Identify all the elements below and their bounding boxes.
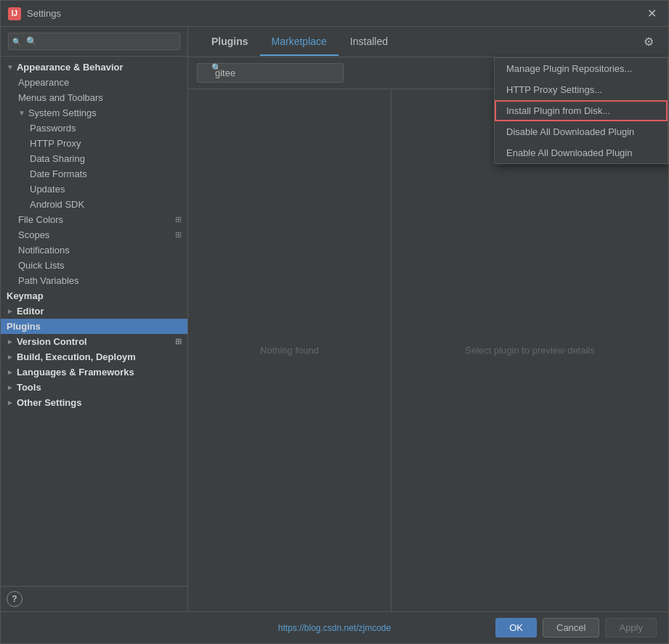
- plugins-list: Nothing found: [188, 89, 392, 611]
- footer: https://blog.csdn.net/zjmcode OK Cancel …: [1, 611, 668, 643]
- close-button[interactable]: ✕: [643, 7, 661, 21]
- apply-button[interactable]: Apply: [605, 618, 657, 637]
- tree-arrow: ►: [7, 399, 14, 407]
- plugins-tabs: Plugins Marketplace Installed ⚙ Manage P…: [188, 27, 668, 57]
- title-bar: IJ Settings ✕: [1, 1, 668, 27]
- sidebar-item-keymap[interactable]: Keymap: [1, 288, 187, 303]
- dropdown-item-disable-all[interactable]: Disable All Downloaded Plugin: [495, 121, 668, 142]
- sidebar-item-quick-lists[interactable]: Quick Lists: [1, 258, 187, 273]
- sidebar: ▼ Appearance & Behavior Appearance Menus…: [1, 27, 188, 611]
- sidebar-item-languages[interactable]: ► Languages & Frameworks: [1, 364, 187, 380]
- settings-window: IJ Settings ✕ ▼ Appearance & Behavior Ap…: [0, 0, 669, 644]
- app-icon: IJ: [8, 7, 21, 20]
- sidebar-item-menus-toolbars[interactable]: Menus and Toolbars: [1, 90, 187, 105]
- sidebar-item-notifications[interactable]: Notifications: [1, 242, 187, 258]
- sidebar-item-other-settings[interactable]: ► Other Settings: [1, 395, 187, 410]
- sidebar-item-plugins[interactable]: Plugins: [1, 319, 187, 334]
- dropdown-item-enable-all[interactable]: Enable All Downloaded Plugin: [495, 142, 668, 163]
- tree-arrow: ►: [7, 353, 14, 361]
- sidebar-item-file-colors[interactable]: File Colors ⊞: [1, 212, 187, 227]
- window-title: Settings: [27, 8, 61, 19]
- tab-installed[interactable]: Installed: [338, 28, 400, 56]
- sidebar-item-build-exec[interactable]: ► Build, Execution, Deploym: [1, 349, 187, 364]
- copy-icon: ⊞: [175, 215, 182, 224]
- sidebar-item-scopes[interactable]: Scopes ⊞: [1, 227, 187, 242]
- sidebar-item-editor[interactable]: ► Editor: [1, 303, 187, 319]
- tree-arrow: ▼: [7, 63, 14, 71]
- sidebar-item-date-formats[interactable]: Date Formats: [1, 166, 187, 182]
- sidebar-item-updates[interactable]: Updates: [1, 182, 187, 197]
- help-button[interactable]: ?: [7, 591, 23, 607]
- copy-icon: ⊞: [175, 230, 182, 240]
- sidebar-item-data-sharing[interactable]: Data Sharing: [1, 151, 187, 166]
- dropdown-item-manage-repos[interactable]: Manage Plugin Repositories...: [495, 58, 668, 79]
- sidebar-item-http-proxy[interactable]: HTTP Proxy: [1, 136, 187, 151]
- sidebar-item-appearance[interactable]: Appearance: [1, 75, 187, 90]
- sidebar-item-system-settings[interactable]: ▼ System Settings: [1, 105, 187, 121]
- tab-plugins[interactable]: Plugins: [200, 28, 260, 56]
- plugins-preview: Select plugin to preview details: [392, 89, 668, 611]
- right-panel: Plugins Marketplace Installed ⚙ Manage P…: [188, 27, 668, 611]
- search-icon: 🔍: [211, 63, 222, 73]
- sidebar-item-passwords[interactable]: Passwords: [1, 121, 187, 136]
- tree-arrow: ►: [7, 338, 14, 346]
- tree-arrow: ▼: [18, 109, 25, 117]
- tab-marketplace[interactable]: Marketplace: [260, 28, 338, 56]
- ok-button[interactable]: OK: [495, 618, 537, 637]
- sidebar-item-path-variables[interactable]: Path Variables: [1, 273, 187, 288]
- tree-arrow: ►: [7, 368, 14, 376]
- sidebar-bottom: ?: [1, 586, 187, 611]
- sidebar-item-appearance-behavior[interactable]: ▼ Appearance & Behavior: [1, 60, 187, 75]
- tree-arrow: ►: [7, 307, 14, 315]
- dropdown-item-install-from-disk[interactable]: Install Plugin from Disk...: [495, 100, 668, 121]
- sidebar-item-tools[interactable]: ► Tools: [1, 380, 187, 395]
- sidebar-item-version-control[interactable]: ► Version Control ⊞: [1, 334, 187, 349]
- sidebar-search-input[interactable]: [8, 33, 180, 50]
- sidebar-search-area: [1, 27, 187, 57]
- dropdown-item-http-proxy[interactable]: HTTP Proxy Settings...: [495, 79, 668, 100]
- plugins-area: Nothing found Select plugin to preview d…: [188, 89, 668, 611]
- cancel-button[interactable]: Cancel: [543, 618, 599, 637]
- sidebar-item-android-sdk[interactable]: Android SDK: [1, 197, 187, 212]
- sidebar-tree: ▼ Appearance & Behavior Appearance Menus…: [1, 57, 187, 586]
- copy-icon: ⊞: [175, 337, 182, 346]
- tree-arrow: ►: [7, 383, 14, 391]
- main-content: ▼ Appearance & Behavior Appearance Menus…: [1, 27, 668, 611]
- gear-icon[interactable]: ⚙: [641, 32, 657, 52]
- dropdown-menu: Manage Plugin Repositories... HTTP Proxy…: [494, 57, 668, 164]
- footer-link[interactable]: https://blog.csdn.net/zjmcode: [278, 623, 391, 633]
